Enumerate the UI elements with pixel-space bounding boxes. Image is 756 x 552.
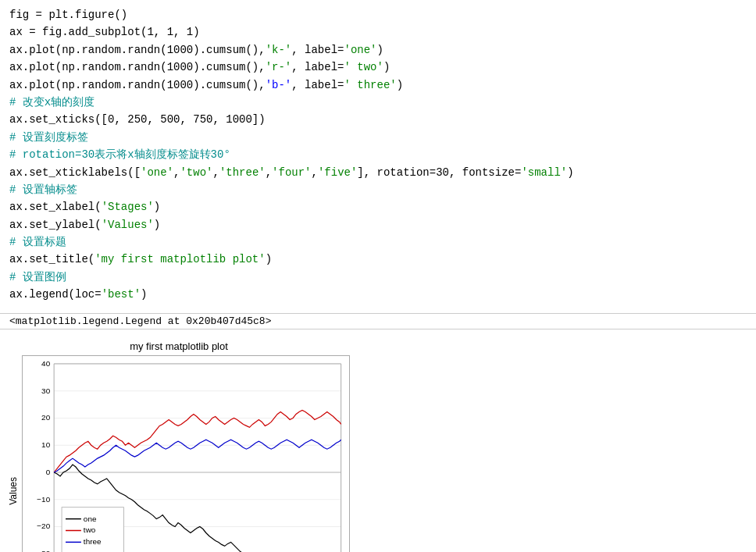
code-line-4: ax.plot(np.random.randn(1000).cumsum(),'…	[9, 59, 747, 76]
ytick-0: 0	[46, 468, 51, 476]
output-text: <matplotlib.legend.Legend at 0x20b407d45…	[9, 315, 271, 327]
code-line-7: ax.set_xticklabels(['one','two','three',…	[9, 164, 747, 181]
code-line-1: fig = plt.figure()	[9, 6, 747, 23]
legend-label-three: three	[84, 537, 102, 546]
chart-inner: 40 30 20 10 0 −10 −20 −30 −40 o	[22, 355, 350, 552]
ytick-n30: −30	[37, 549, 50, 552]
legend-label-one: one	[84, 514, 97, 522]
ytick-n10: −10	[37, 494, 50, 503]
chart-container: my first matplotlib plot Values	[0, 333, 756, 552]
chart-title: my first matplotlib plot	[8, 340, 350, 352]
y-axis-label: Values	[8, 477, 19, 505]
legend-label-two: two	[84, 525, 96, 534]
code-line-comment5: # 设置标题	[9, 233, 747, 251]
ytick-20: 20	[41, 413, 51, 422]
code-line-9: ax.set_ylabel('Values')	[9, 216, 747, 233]
code-line-8: ax.set_xlabel('Stages')	[9, 198, 747, 215]
chart-area: Values	[8, 355, 350, 552]
code-line-3: ax.plot(np.random.randn(1000).cumsum(),'…	[9, 41, 747, 59]
plot-svg: 40 30 20 10 0 −10 −20 −30 −40 o	[22, 355, 350, 552]
output-line: <matplotlib.legend.Legend at 0x20b407d45…	[0, 313, 756, 329]
code-line-11: ax.legend(loc='best')	[9, 286, 747, 303]
code-line-2: ax = fig.add_subplot(1, 1, 1)	[9, 23, 747, 41]
ytick-30: 30	[41, 386, 51, 394]
chart-wrapper: my first matplotlib plot Values	[8, 340, 350, 552]
code-section: fig = plt.figure() ax = fig.add_subplot(…	[0, 0, 756, 310]
code-line-comment3: # rotation=30表示将x轴刻度标签旋转30°	[9, 146, 747, 163]
code-line-comment6: # 设置图例	[9, 269, 747, 286]
code-line-comment2: # 设置刻度标签	[9, 129, 747, 146]
ytick-n20: −20	[37, 522, 50, 530]
code-line-10: ax.set_title('my first matplotlib plot')	[9, 251, 747, 268]
ytick-40: 40	[41, 359, 51, 368]
ytick-10: 10	[41, 440, 51, 449]
line-three	[54, 440, 341, 472]
code-line-5: ax.plot(np.random.randn(1000).cumsum(),'…	[9, 77, 747, 94]
code-line-comment4: # 设置轴标签	[9, 181, 747, 198]
code-line-6: ax.set_xticks([0, 250, 500, 750, 1000])	[9, 111, 747, 128]
code-line-comment1: # 改变x轴的刻度	[9, 94, 747, 111]
line-two	[54, 410, 341, 472]
